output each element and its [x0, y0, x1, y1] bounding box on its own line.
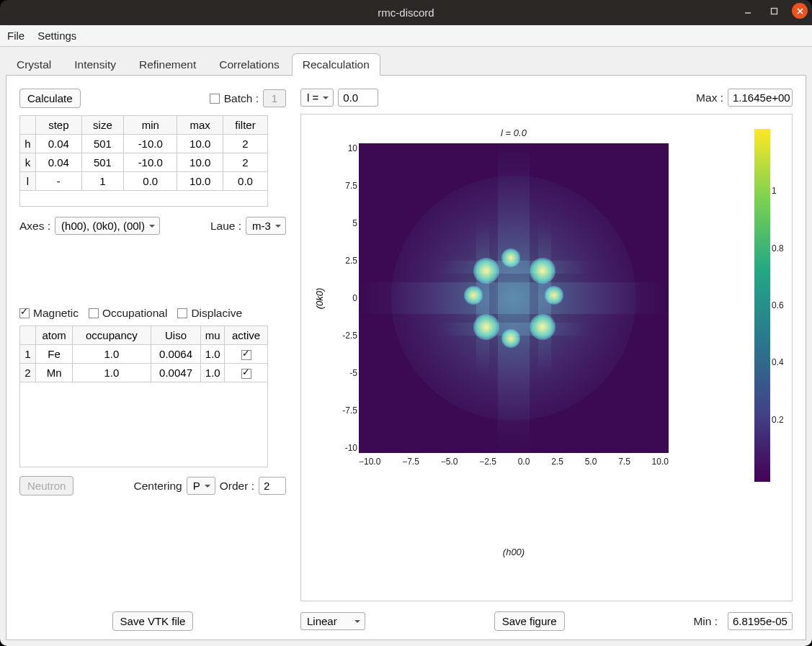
tab-intensity[interactable]: Intensity [63, 53, 127, 76]
magnetic-label: Magnetic [33, 307, 79, 320]
table-row: h 0.04 501 -10.0 10.0 2 [20, 135, 268, 153]
batch-input: 1 [263, 89, 286, 107]
tab-correlations[interactable]: Correlations [208, 53, 290, 76]
plot-xticks: −10.0−7.5−5.0−2.50.02.55.07.510.0 [359, 457, 669, 467]
table-row: 1 Fe 1.0 0.0064 1.0 [20, 345, 268, 364]
minimize-button[interactable] [740, 3, 756, 19]
magnetic-checkbox[interactable] [19, 308, 30, 318]
colorbar-ticks: 1.2 1 0.8 0.6 0.4 0.2 0.0 [772, 129, 792, 482]
calculate-button[interactable]: Calculate [19, 89, 81, 108]
scale-select[interactable]: Linear [300, 612, 365, 630]
displacive-checkbox[interactable] [177, 308, 187, 318]
save-vtk-button[interactable]: Save VTK file [112, 611, 194, 631]
col-occupancy: occupancy [73, 326, 151, 345]
plot-heatmap [359, 143, 669, 453]
tab-bar: Crystal Intensity Refinement Correlation… [6, 53, 806, 76]
menu-settings[interactable]: Settings [37, 30, 76, 42]
col-filter: filter [223, 116, 268, 135]
order-input[interactable]: 2 [259, 477, 286, 495]
occupational-label: Occupational [102, 307, 167, 320]
tab-recalculation[interactable]: Recalculation [292, 53, 380, 76]
colorbar [754, 129, 770, 482]
col-atom: atom [36, 326, 73, 345]
svg-rect-1 [771, 8, 777, 14]
laue-label: Laue : [210, 220, 241, 233]
slice-value-input[interactable]: 0.0 [338, 89, 378, 107]
plot-yticks: 107.552.50-2.5-5-7.5-10 [329, 143, 357, 453]
col-uiso: Uiso [151, 326, 201, 345]
col-mu: mu [201, 326, 225, 345]
slice-axis-select[interactable]: l = [300, 89, 334, 107]
window-titlebar: rmc-discord [0, 0, 812, 25]
min-label: Min : [693, 615, 718, 628]
batch-label: Batch : [224, 92, 259, 105]
min-input[interactable]: 6.8195e-05 [728, 612, 793, 630]
atom-active-checkbox[interactable] [241, 350, 251, 360]
table-row: k 0.04 501 -10.0 10.0 2 [20, 153, 268, 172]
tab-refinement[interactable]: Refinement [128, 53, 207, 76]
max-input[interactable]: 1.1645e+00 [728, 89, 793, 107]
table-row: l - 1 0.0 10.0 0.0 [20, 172, 268, 191]
displacive-label: Displacive [191, 307, 242, 320]
menubar: File Settings [0, 25, 812, 47]
menu-file[interactable]: File [7, 30, 24, 42]
close-button[interactable] [792, 3, 808, 19]
axes-label: Axes : [19, 220, 50, 233]
order-label: Order : [220, 480, 254, 493]
col-size: size [81, 116, 123, 135]
col-step: step [36, 116, 82, 135]
col-active: active [225, 326, 268, 345]
window-title: rmc-discord [0, 6, 812, 19]
col-min: min [124, 116, 177, 135]
neutron-button: Neutron [19, 476, 73, 495]
col-max: max [177, 116, 223, 135]
atom-active-checkbox[interactable] [241, 369, 251, 379]
axes-select[interactable]: (h00), (0k0), (00l) [55, 217, 160, 235]
atom-table[interactable]: atom occupancy Uiso mu active 1 Fe 1.0 0… [19, 326, 268, 467]
save-figure-button[interactable]: Save figure [494, 611, 565, 631]
occupational-checkbox[interactable] [89, 308, 99, 318]
maximize-button[interactable] [766, 3, 782, 19]
plot-xlabel: (h00) [359, 547, 669, 557]
table-row: 2 Mn 1.0 0.0047 1.0 [20, 364, 268, 382]
tab-crystal[interactable]: Crystal [6, 53, 62, 76]
max-label: Max : [696, 91, 723, 104]
laue-select[interactable]: m-3 [246, 217, 286, 235]
intensity-plot[interactable]: l = 0.0 (0k0) 107.552.50-2.5-5-7.5-10 [300, 114, 793, 601]
centering-select[interactable]: P [187, 477, 215, 495]
centering-label: Centering [134, 480, 182, 493]
batch-checkbox[interactable] [210, 94, 220, 104]
plot-title: l = 0.0 [359, 127, 669, 138]
plot-ylabel: (0k0) [314, 143, 326, 453]
hkl-table[interactable]: step size min max filter h 0.04 501 -10.… [19, 115, 268, 207]
